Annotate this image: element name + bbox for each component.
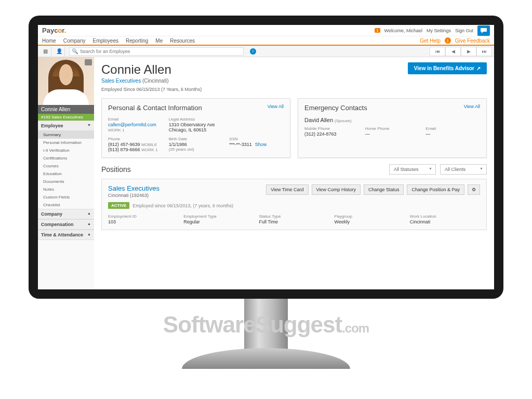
benefits-advisor-button[interactable]: View in Benefits Advisor ↗ [408, 62, 487, 74]
menu-resources[interactable]: Resources [170, 38, 195, 44]
info-icon[interactable]: i [250, 48, 256, 55]
active-badge: ACTIVE [108, 202, 129, 209]
get-help-link[interactable]: Get Help [420, 38, 440, 44]
menu-company[interactable]: Company [63, 38, 86, 44]
list-view-icon[interactable]: ▦ [40, 47, 51, 56]
menu-me[interactable]: Me [155, 38, 163, 44]
accordion-time[interactable]: Time & Attendance▲ [38, 230, 94, 240]
gear-icon[interactable]: ⚙ [468, 184, 480, 195]
feedback-link[interactable]: Give Feedback [455, 38, 490, 44]
position-location: Cincinnati (192463) [108, 193, 159, 198]
person-view-icon[interactable]: 👤 [54, 47, 65, 56]
accordion-employee[interactable]: Employee▼ [38, 121, 94, 131]
pager-prev[interactable]: ◀ [445, 47, 461, 56]
sidebar-dept: #193 Sales Executives [38, 114, 94, 121]
avatar[interactable] [38, 57, 94, 105]
pager: ⏮ ◀ ▶ ⏭ [430, 47, 492, 56]
help-count-badge: 1 [445, 37, 451, 44]
nav-custom[interactable]: Custom Fields [38, 193, 94, 201]
menu-employees[interactable]: Employees [93, 38, 118, 44]
employee-name: Connie Allen [101, 62, 202, 77]
email-link[interactable]: callen@performltd.com WORK 1 [108, 122, 163, 132]
main-content: Connie Allen Sales Executives (Cincinnat… [94, 57, 494, 289]
sidebar-name: Connie Allen [38, 105, 94, 114]
nav-checklist[interactable]: Checklist [38, 201, 94, 209]
employee-dept: Sales Executives (Cincinnati) [101, 78, 202, 84]
nav-notes[interactable]: Notes [38, 185, 94, 193]
emergency-title: Emergency Contacts [304, 104, 367, 112]
personal-title: Personal & Contact Information [108, 104, 202, 112]
pager-last[interactable]: ⏭ [476, 47, 492, 56]
sidebar: Connie Allen #193 Sales Executives Emplo… [38, 57, 94, 289]
pager-next[interactable]: ▶ [461, 47, 476, 56]
emergency-viewall[interactable]: View All [464, 104, 480, 112]
nav-courses[interactable]: Courses [38, 162, 94, 170]
positions-title: Positions [101, 165, 131, 174]
search-box[interactable]: 🔍 [69, 47, 244, 56]
personal-viewall[interactable]: View All [268, 104, 284, 112]
topbar: Paycor. 1 Welcome, Michael My Settings S… [38, 25, 494, 36]
toolbar: ▦ 👤 🔍 i ⏮ ◀ ▶ ⏭ [38, 46, 494, 57]
signout-link[interactable]: Sign Out [455, 28, 473, 33]
logo: Paycor. [42, 26, 66, 34]
change-status-button[interactable]: Change Status [364, 184, 404, 195]
external-link-icon: ↗ [476, 65, 481, 71]
accordion-company[interactable]: Company▲ [38, 209, 94, 219]
change-position-button[interactable]: Change Position & Pay [407, 184, 464, 195]
search-input[interactable] [80, 49, 241, 54]
menubar: Home Company Employees Reporting Me Reso… [38, 36, 494, 46]
nav-cert[interactable]: Certifications [38, 154, 94, 162]
chat-icon[interactable] [477, 25, 490, 36]
nav-i9[interactable]: I-9 Verification [38, 147, 94, 154]
filter-status[interactable]: All Statuses [389, 164, 436, 175]
accordion-compensation[interactable]: Compensation▲ [38, 219, 94, 230]
search-icon: 🔍 [72, 48, 78, 54]
camera-icon[interactable] [85, 59, 92, 65]
welcome-badge: 1 [375, 28, 380, 33]
settings-link[interactable]: My Settings [427, 28, 451, 33]
menu-reporting[interactable]: Reporting [126, 38, 148, 44]
nav-education[interactable]: Education [38, 170, 94, 178]
pager-first[interactable]: ⏮ [430, 47, 445, 56]
filter-clients[interactable]: All Clients [440, 164, 487, 175]
welcome-link[interactable]: Welcome, Michael [384, 28, 422, 33]
view-comp-button[interactable]: View Comp History [312, 184, 361, 195]
personal-card: Personal & Contact Information View All … [101, 98, 290, 158]
menu-home[interactable]: Home [42, 38, 56, 44]
employee-since: Employed Since 06/15/2013 (7 Years, 6 Mo… [101, 87, 202, 92]
nav-summary[interactable]: Summary [38, 131, 94, 139]
nav-personal[interactable]: Personal Information [38, 139, 94, 147]
emergency-card: Emergency Contacts View All David Allen … [298, 98, 487, 158]
emergency-contact-name: David Allen (Spouse) [304, 117, 480, 123]
position-card: Sales Executives Cincinnati (192463) Vie… [101, 179, 487, 230]
nav-documents[interactable]: Documents [38, 178, 94, 185]
ssn-show[interactable]: Show [255, 142, 267, 147]
view-timecard-button[interactable]: View Time Card [266, 184, 308, 195]
position-job-title[interactable]: Sales Executives [108, 184, 159, 192]
